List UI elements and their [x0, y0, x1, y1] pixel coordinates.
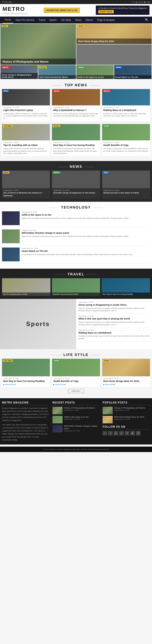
top-bar-time: 07:55 AM: [2, 1, 12, 3]
tw-icon[interactable]: t: [134, 1, 135, 3]
footer-popular-date-0: September 9, 2016: [114, 409, 145, 411]
nav-lifestyle[interactable]: Life Style: [59, 17, 73, 23]
top-news-date-3: September 9, 2016: [3, 142, 49, 143]
header-demo-btn[interactable]: DEMO HERE: [98, 10, 113, 13]
hero-section: News History of Photography and Nature T…: [0, 23, 152, 79]
top-news-date-0: September 13, 2016: [3, 107, 49, 108]
footer-post-date-0: September 9, 2016: [64, 409, 95, 411]
tech-item-2[interactable]: September 16, 2016 Smart Watch on The GO…: [2, 248, 150, 264]
yt-icon[interactable]: ▶: [144, 1, 146, 3]
lifestyle-card-2[interactable]: Travel September 9, 2016 Best Home desig…: [102, 359, 150, 387]
tech-desc-0: Space is the boundless three-dimensional…: [22, 217, 150, 220]
footer-popular-1[interactable]: Best Home design ideas for 2016 Septembe…: [103, 416, 150, 423]
tech-desc-2: A smartwatch is a computerized wristwatc…: [22, 253, 150, 256]
footer-social-pin[interactable]: p: [119, 431, 124, 435]
travel-title: TRAVEL: [0, 269, 152, 278]
nav-news[interactable]: News: [73, 17, 83, 23]
footer-social-rss[interactable]: rss: [136, 431, 140, 435]
hero-small-0-label: Sports: [2, 66, 9, 68]
footer-post-0[interactable]: History of Photography and Nature Septem…: [52, 407, 100, 414]
sports-article-2[interactable]: September 16, 2016 Ridding Wave on a Bod…: [79, 329, 150, 342]
nav-view-pro[interactable]: View Pro Version: [13, 17, 37, 23]
top-news-card-2[interactable]: Sports September 16, 2016 Ridding Wave o…: [102, 89, 150, 121]
top-news-card-desc-2: Surfing is a surface water sport in whic…: [103, 112, 149, 117]
li-icon[interactable]: in: [141, 1, 143, 3]
search-icon[interactable]: 🔍: [144, 17, 149, 23]
travel-card-2[interactable]: Best Way to have Fun During Roadtrip: [102, 278, 150, 296]
footer-social-gp[interactable]: g+: [114, 431, 118, 435]
view-detail-0[interactable]: ▶VIEW DETAIL: [3, 384, 49, 386]
lifestyle-card-0[interactable]: Life Style September 13, 2016 Best Way t…: [2, 359, 50, 387]
top-news-img-1: Sports: [52, 89, 100, 105]
nav-nature[interactable]: Nature: [83, 17, 95, 23]
news-card-label-0: News: [3, 171, 9, 174]
view-detail-label-2: VIEW MORE: [105, 384, 115, 385]
sports-article-title-0: Horse racing is disappearing in South Af…: [79, 304, 150, 307]
top-news-label-5: Health: [103, 125, 110, 127]
lifestyle-date-2: September 9, 2016: [103, 378, 149, 379]
lifestyle-card-1[interactable]: Health September 21, 2016 Health Benefit…: [52, 359, 100, 387]
footer-popular-0[interactable]: History of Photography and Nature Septem…: [103, 407, 150, 414]
nav-travel[interactable]: Travel: [37, 17, 47, 23]
footer-social-yt[interactable]: ▶: [130, 431, 135, 435]
top-news-card-4[interactable]: Travel September 13, 2016 Best Way to ha…: [52, 124, 100, 156]
view-detail-2[interactable]: ▶VIEW MORE: [103, 384, 149, 386]
hero-top-right-caption: Best Home design ideas for 2016: [76, 38, 152, 44]
top-news-label-0: Tech: [3, 90, 9, 92]
nav-page-examples[interactable]: Page Examples: [95, 17, 117, 23]
sports-article-0[interactable]: September 9, 2016 Horse racing is disapp…: [79, 301, 150, 314]
top-news-card-title-4: Best Way to have Fun During Roadtrip: [53, 144, 99, 147]
nav-sports[interactable]: Sports: [47, 17, 59, 23]
hero-small-1-label: Travel: [39, 66, 46, 68]
footer-post-title-1: Selfie in the space is so fun: [64, 416, 88, 418]
news-card-2[interactable]: Tech September 13, 2016 Global Increase …: [102, 171, 150, 199]
nav-home[interactable]: Home: [3, 17, 13, 23]
view-detail-1[interactable]: ▶VIEW DETAIL: [53, 384, 99, 386]
header-ad-center[interactable]: ADVERTISE HERE FOR A #%: [44, 8, 80, 13]
hero-small-1[interactable]: Travel Solo Travel Around the World: [38, 65, 76, 79]
hero-small-3[interactable]: News Smart Watch on The GO: [114, 65, 151, 79]
top-news-card-0[interactable]: Tech September 13, 2016 Light Ultra Powe…: [2, 89, 50, 121]
gp-icon[interactable]: g+: [136, 1, 138, 3]
hero-main-caption: History of Photography and Nature: [1, 59, 76, 65]
top-news-section: TOP NEWS Tech September 13, 2016 Light U…: [0, 79, 152, 161]
lifestyle-label-1: Health: [53, 359, 60, 362]
news-card-img-2: [102, 171, 150, 188]
news-card-date-1: September 13, 2016: [53, 189, 99, 191]
hero-small-0[interactable]: Sports Horse racing Is disappearing in S…: [1, 65, 38, 79]
footer-post-1[interactable]: Selfie in the space is so fun September …: [52, 416, 100, 423]
sports-article-1[interactable]: September 9, 2016 What is this new sport…: [79, 315, 150, 328]
top-news-card-1[interactable]: Sports September 13, 2016 Why is Basketb…: [52, 89, 100, 121]
pin-icon[interactable]: p: [139, 1, 140, 3]
hero-top-right-label: Travel: [77, 25, 84, 27]
hero-small-2[interactable]: Nature Selfie in the space is so fun: [76, 65, 114, 79]
fb-icon[interactable]: f: [132, 1, 133, 3]
footer-social-li[interactable]: in: [125, 431, 129, 435]
travel-card-1[interactable]: Beautiful Cars Around the World: [52, 278, 100, 296]
footer-social-tw[interactable]: t: [108, 431, 113, 435]
tech-body-1: September 9, 2016 Will Entities threaten…: [22, 229, 150, 243]
footer-social-fb[interactable]: f: [103, 431, 107, 435]
hero-main-label: News: [2, 25, 8, 27]
top-news-date-2: September 16, 2016: [103, 107, 149, 108]
view-detail-label-0: VIEW DETAIL: [5, 384, 16, 385]
top-news-card-5[interactable]: Health September 13, 2016 Health Benefit…: [102, 124, 150, 156]
news-card-1[interactable]: Nature September 13, 2016 Scientific Stu…: [52, 171, 100, 199]
top-news-img-0: Tech: [2, 89, 50, 105]
top-news-card-desc-1: A team can score a field goal by shootin…: [53, 112, 99, 117]
hero-main[interactable]: News History of Photography and Nature: [1, 24, 76, 65]
tech-body-2: September 16, 2016 Smart Watch on The GO…: [22, 248, 150, 261]
travel-card-0[interactable]: Tips for travelling with an Infant: [2, 278, 50, 296]
news-card-0[interactable]: News September 9, 2016 Use of Drone to M…: [2, 171, 50, 199]
top-news-card-3[interactable]: Life Style September 9, 2016 Tips for tr…: [2, 124, 50, 156]
footer-social-icons: f t g+ p in ▶ rss: [103, 431, 150, 435]
view-all-btn[interactable]: VIEW ALL: [68, 389, 84, 393]
footer-post-2[interactable]: Will Entities threaten change in space t…: [52, 425, 100, 432]
lifestyle-label-2: Travel: [103, 359, 110, 362]
technology-title: TECHNOLOGY: [0, 202, 152, 211]
tech-item-1[interactable]: September 9, 2016 Will Entities threaten…: [2, 229, 150, 246]
hero-top-right[interactable]: Travel Best Home design ideas for 2016: [76, 24, 152, 44]
rss-icon[interactable]: rss: [147, 1, 150, 3]
tech-item-0[interactable]: September 9, 2016 Selfie in the space is…: [2, 211, 150, 227]
top-news-title: TOP NEWS: [0, 79, 152, 89]
